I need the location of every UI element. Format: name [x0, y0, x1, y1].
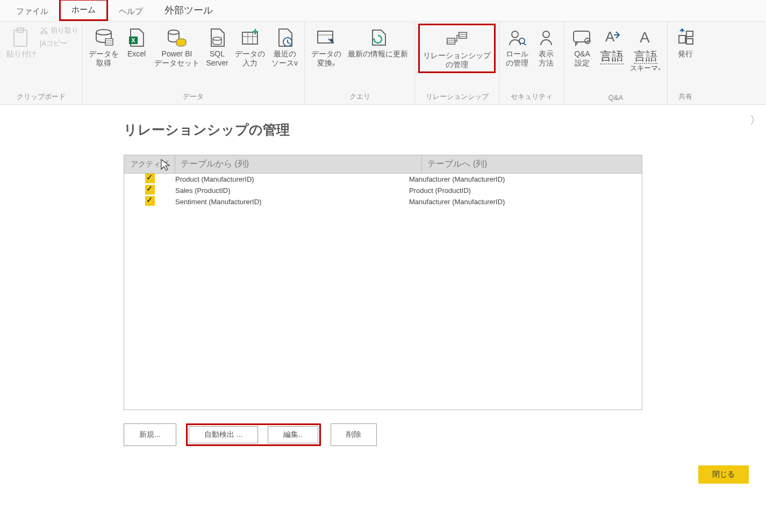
dialog-title: リレーションシップの管理: [124, 121, 642, 139]
col-from[interactable]: テーブルから (列): [175, 155, 422, 174]
manage-roles-button[interactable]: ロール の管理: [503, 24, 532, 70]
col-active[interactable]: アクティブ: [124, 155, 175, 174]
view-as-button[interactable]: 表示 方法: [532, 24, 561, 70]
view-as-label: 表示 方法: [539, 49, 554, 68]
qna-group-label: Q&A: [568, 92, 664, 103]
relationships-group-label: リレーションシップ: [418, 90, 496, 103]
ribbon: 貼り付け 切り取り [Aコピー クリップボード データを 取得 X: [0, 21, 766, 105]
highlighted-button-group: 自動検出 ... 編集..: [186, 423, 321, 446]
active-checkbox-cell[interactable]: [124, 185, 175, 196]
refresh-label: 最新の情報に更新: [348, 49, 408, 59]
relationships-icon: [446, 27, 468, 51]
table-row[interactable]: Product (ManufacturerID)Manufacturer (Ma…: [124, 174, 642, 185]
ribbon-group-data: データを 取得 X Excel Power BI データセット SQL Serv…: [82, 21, 305, 104]
to-cell: Manufacturer (ManufacturerID): [409, 174, 642, 185]
get-data-button[interactable]: データを 取得: [85, 24, 122, 70]
ribbon-group-share: 発行 共有: [668, 21, 703, 104]
close-button[interactable]: 閉じる: [698, 465, 749, 484]
manage-relationships-button[interactable]: リレーションシップ の管理: [418, 24, 496, 73]
language-label: 言語: [600, 49, 624, 64]
ribbon-group-clipboard: 貼り付け 切り取り [Aコピー クリップボード: [0, 21, 82, 104]
enter-data-button[interactable]: データの 入力: [232, 24, 268, 70]
qna-setup-label: Q&A 設定: [574, 49, 590, 68]
qna-language-button[interactable]: A 言語: [597, 24, 627, 67]
query-group-label: クエリ: [308, 90, 411, 103]
enter-data-label: データの 入力: [235, 49, 265, 68]
relationships-table-body: Product (ManufacturerID)Manufacturer (Ma…: [124, 174, 642, 410]
delete-button[interactable]: 削除: [331, 423, 377, 446]
tab-external-tools[interactable]: 外部ツール: [154, 0, 224, 21]
collapse-ribbon-icon[interactable]: 〉: [750, 113, 761, 127]
ribbon-group-query: データの 変換ᵥ 最新の情報に更新 クエリ: [305, 21, 415, 104]
edit-button[interactable]: 編集..: [268, 426, 318, 443]
manage-rel-label: リレーションシップ の管理: [423, 51, 491, 69]
language-icon: A: [601, 26, 622, 49]
qna-schema-button[interactable]: A 言語言語 スキーマᵥスキーマᵥ: [627, 24, 664, 75]
recent-sources-button[interactable]: 最近の ソースv: [268, 24, 301, 70]
data-group-label: データ: [85, 90, 301, 103]
transform-data-button[interactable]: データの 変換ᵥ: [308, 24, 345, 70]
svg-point-3: [45, 32, 47, 34]
svg-rect-36: [686, 39, 693, 44]
get-data-label: データを 取得: [89, 49, 119, 68]
publish-button[interactable]: 発行: [671, 24, 700, 61]
view-as-icon: [535, 26, 557, 49]
svg-text:A: A: [605, 28, 615, 45]
ribbon-group-qna: Q&A 設定 A 言語 A 言語言語 スキーマᵥスキーマᵥ Q&A: [564, 21, 668, 104]
checkbox-checked-icon[interactable]: [145, 185, 155, 195]
pbi-dataset-button[interactable]: Power BI データセット: [151, 24, 203, 70]
refresh-button[interactable]: 最新の情報に更新: [345, 24, 411, 61]
transform-label: データの 変換ᵥ: [311, 49, 341, 68]
paste-button[interactable]: 貼り付け: [3, 24, 40, 61]
svg-rect-35: [686, 31, 693, 37]
svg-rect-20: [447, 38, 455, 44]
table-row[interactable]: Sales (ProductID)Product (ProductID): [124, 185, 642, 196]
excel-label: Excel: [127, 49, 146, 59]
recent-icon: [274, 26, 296, 49]
new-button[interactable]: 新規...: [124, 423, 176, 446]
pbi-dataset-icon: [166, 26, 188, 49]
excel-button[interactable]: X Excel: [122, 24, 151, 61]
svg-text:A: A: [640, 29, 650, 46]
schema-label: 言語言語 スキーマᵥスキーマᵥ: [630, 49, 661, 73]
svg-point-4: [96, 30, 111, 35]
tab-help[interactable]: ヘルプ: [108, 2, 154, 21]
svg-rect-5: [105, 39, 113, 45]
autodetect-button[interactable]: 自動検出 ...: [189, 426, 259, 443]
copy-button[interactable]: [Aコピー: [40, 39, 78, 48]
svg-line-28: [524, 43, 526, 45]
table-row[interactable]: Sentiment (ManufacturerID)Manufacturer (…: [124, 196, 642, 207]
col-to[interactable]: テーブルへ (列): [422, 155, 642, 174]
clipboard-group-label: クリップボード: [3, 90, 78, 103]
relationships-table: アクティブ テーブルから (列) テーブルへ (列): [124, 155, 642, 174]
ribbon-group-relationships: リレーションシップ の管理 リレーションシップ: [415, 21, 499, 104]
tab-file[interactable]: ファイル: [5, 2, 59, 21]
svg-point-10: [168, 30, 179, 34]
active-checkbox-cell[interactable]: [124, 174, 175, 185]
qna-setup-button[interactable]: Q&A 設定: [568, 24, 597, 70]
ribbon-tabs: ファイル ホーム ヘルプ 外部ツール: [0, 0, 766, 21]
svg-text:X: X: [131, 37, 135, 44]
sql-server-button[interactable]: SQL Server: [203, 24, 232, 70]
ribbon-group-security: ロール の管理 表示 方法 セキュリティ: [499, 21, 564, 104]
svg-point-29: [543, 31, 549, 38]
schema-icon: A: [635, 26, 656, 49]
checkbox-checked-icon[interactable]: [145, 174, 155, 183]
enter-data-icon: [239, 26, 261, 49]
to-cell: Manufacturer (ManufacturerID): [409, 196, 642, 207]
tab-home[interactable]: ホーム: [59, 0, 108, 21]
roles-label: ロール の管理: [506, 49, 528, 68]
security-group-label: セキュリティ: [503, 90, 561, 103]
active-checkbox-cell[interactable]: [124, 196, 175, 207]
pbi-dataset-label: Power BI データセット: [154, 49, 199, 68]
from-cell: Sentiment (ManufacturerID): [175, 196, 409, 207]
qna-icon: [571, 26, 593, 49]
scissors-icon: [40, 26, 48, 35]
cut-button[interactable]: 切り取り: [40, 26, 78, 35]
share-group-label: 共有: [671, 90, 700, 103]
excel-icon: X: [126, 26, 147, 49]
checkbox-checked-icon[interactable]: [145, 196, 155, 206]
copy-label: [Aコピー: [40, 39, 67, 48]
roles-icon: [506, 26, 528, 49]
paste-label: 貼り付け: [6, 49, 37, 59]
